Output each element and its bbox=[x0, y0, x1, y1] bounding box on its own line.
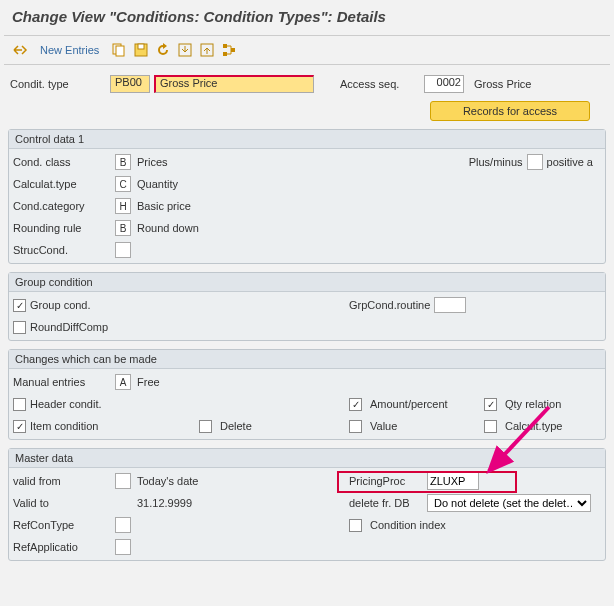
rounding-label: Rounding rule bbox=[13, 222, 115, 234]
qty-label: Qty relation bbox=[505, 398, 561, 410]
cond-index-checkbox[interactable] bbox=[349, 519, 362, 532]
master-data-title: Master data bbox=[9, 449, 605, 468]
changes-title: Changes which can be made bbox=[9, 350, 605, 369]
condit-type-desc[interactable]: Gross Price bbox=[154, 75, 314, 93]
value-label: Value bbox=[370, 420, 480, 432]
annotation-box bbox=[337, 471, 517, 493]
delete-db-label: delete fr. DB bbox=[349, 497, 423, 509]
valid-to-val: 31.12.9999 bbox=[115, 497, 192, 509]
access-seq-desc: Gross Price bbox=[468, 78, 531, 90]
cond-class-code[interactable]: B bbox=[115, 154, 131, 170]
valid-from-val: Today's date bbox=[131, 475, 198, 487]
new-entries-button[interactable]: New Entries bbox=[40, 44, 99, 56]
refcon-input[interactable] bbox=[115, 517, 131, 533]
group-condition-group: Group condition ✓ Group cond. GrpCond.ro… bbox=[8, 272, 606, 341]
delete-label: Delete bbox=[220, 420, 252, 432]
changes-group: Changes which can be made Manual entries… bbox=[8, 349, 606, 440]
records-for-access-button[interactable]: Records for access bbox=[430, 101, 590, 121]
svg-rect-8 bbox=[231, 48, 235, 52]
header-condit-checkbox[interactable] bbox=[13, 398, 26, 411]
item-condition-label: Item condition bbox=[30, 420, 180, 432]
struc-code[interactable] bbox=[115, 242, 131, 258]
cond-cat-label: Cond.category bbox=[13, 200, 115, 212]
group-cond-checkbox[interactable]: ✓ bbox=[13, 299, 26, 312]
toggle-icon[interactable] bbox=[12, 42, 28, 58]
svg-rect-1 bbox=[116, 46, 124, 56]
grp-routine-label: GrpCond.routine bbox=[349, 299, 430, 311]
master-data-group: Master data valid from Today's date Pric… bbox=[8, 448, 606, 561]
calc-type-code[interactable]: C bbox=[115, 176, 131, 192]
import-icon[interactable] bbox=[177, 42, 193, 58]
control-data-group: Control data 1 Cond. class B Prices Plus… bbox=[8, 129, 606, 264]
valid-from-label: valid from bbox=[13, 475, 115, 487]
struc-label: StrucCond. bbox=[13, 244, 115, 256]
control-data-title: Control data 1 bbox=[9, 130, 605, 149]
header-row: Condit. type PB00 Gross Price Access seq… bbox=[4, 65, 610, 97]
valid-from-code[interactable] bbox=[115, 473, 131, 489]
plus-minus-label: Plus/minus bbox=[469, 156, 523, 168]
round-diff-checkbox[interactable] bbox=[13, 321, 26, 334]
plus-minus-desc: positive a bbox=[547, 156, 593, 168]
amount-checkbox[interactable]: ✓ bbox=[349, 398, 362, 411]
delete-db-select[interactable]: Do not delete (set the delet… bbox=[427, 494, 591, 512]
svg-rect-3 bbox=[138, 44, 144, 49]
manual-code[interactable]: A bbox=[115, 374, 131, 390]
delete-checkbox[interactable] bbox=[199, 420, 212, 433]
svg-rect-7 bbox=[223, 52, 227, 56]
calc-type-desc: Quantity bbox=[131, 178, 178, 190]
plus-minus-code[interactable] bbox=[527, 154, 543, 170]
calc-checkbox[interactable] bbox=[484, 420, 497, 433]
cond-cat-desc: Basic price bbox=[131, 200, 191, 212]
amount-label: Amount/percent bbox=[370, 398, 480, 410]
valid-to-label: Valid to bbox=[13, 497, 115, 509]
svg-rect-6 bbox=[223, 44, 227, 48]
refcon-label: RefConType bbox=[13, 519, 115, 531]
refapp-input[interactable] bbox=[115, 539, 131, 555]
access-seq-code[interactable]: 0002 bbox=[424, 75, 464, 93]
toolbar: New Entries bbox=[4, 36, 610, 65]
item-condition-checkbox[interactable]: ✓ bbox=[13, 420, 26, 433]
condit-type-label: Condit. type bbox=[10, 78, 106, 90]
cond-index-label: Condition index bbox=[370, 519, 446, 531]
refapp-label: RefApplicatio bbox=[13, 541, 115, 553]
header-condit-label: Header condit. bbox=[30, 398, 180, 410]
copy-icon[interactable] bbox=[111, 42, 127, 58]
grp-routine-input[interactable] bbox=[434, 297, 466, 313]
cond-class-label: Cond. class bbox=[13, 156, 115, 168]
access-seq-label: Access seq. bbox=[340, 78, 420, 90]
cond-cat-code[interactable]: H bbox=[115, 198, 131, 214]
manual-label: Manual entries bbox=[13, 376, 115, 388]
save-icon[interactable] bbox=[133, 42, 149, 58]
value-checkbox[interactable] bbox=[349, 420, 362, 433]
round-diff-label: RoundDiffComp bbox=[30, 321, 108, 333]
page-title: Change View "Conditions: Condition Types… bbox=[4, 4, 610, 36]
cond-class-desc: Prices bbox=[131, 156, 168, 168]
rounding-code[interactable]: B bbox=[115, 220, 131, 236]
structure-icon[interactable] bbox=[221, 42, 237, 58]
calc-type-label: Calculat.type bbox=[13, 178, 115, 190]
rounding-desc: Round down bbox=[131, 222, 199, 234]
export-icon[interactable] bbox=[199, 42, 215, 58]
qty-checkbox[interactable]: ✓ bbox=[484, 398, 497, 411]
manual-desc: Free bbox=[131, 376, 160, 388]
calc-label: Calcult.type bbox=[505, 420, 562, 432]
undo-icon[interactable] bbox=[155, 42, 171, 58]
condit-type-code[interactable]: PB00 bbox=[110, 75, 150, 93]
group-condition-title: Group condition bbox=[9, 273, 605, 292]
group-cond-label: Group cond. bbox=[30, 299, 91, 311]
